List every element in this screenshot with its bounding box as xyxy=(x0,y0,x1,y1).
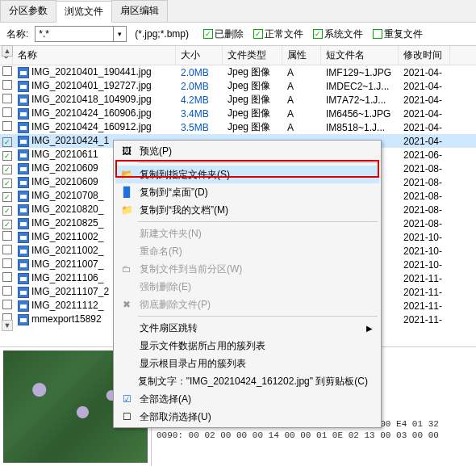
menu-label: 复制文字："IMG_20210424_161202.jpg" 到剪贴板(C) xyxy=(138,375,368,388)
name-pattern-combo[interactable]: ▾ xyxy=(35,26,127,42)
row-checkbox[interactable] xyxy=(2,94,12,103)
file-size: 2.0MB xyxy=(176,67,223,78)
image-file-icon xyxy=(18,259,29,271)
col-mtime[interactable]: 修改时间 xyxy=(399,46,450,65)
image-file-icon xyxy=(18,300,29,312)
file-name-text: IMG_20211002_ xyxy=(31,245,103,256)
row-checkbox[interactable] xyxy=(2,272,12,282)
filter-deleted[interactable]: ✓ 已删除 xyxy=(203,27,244,41)
table-row[interactable]: IMG_20210401_190441.jpg2.0MBJpeg 图像AIMF1… xyxy=(0,65,476,79)
menu-show-root-clusters[interactable]: 显示根目录占用的簇列表 xyxy=(115,355,379,372)
row-checkbox[interactable] xyxy=(2,66,12,76)
table-row[interactable]: IMG_20210401_192727.jpg2.0MBJpeg 图像AIMDE… xyxy=(0,79,476,93)
table-row[interactable]: IMG_20210424_160906.jpg3.4MBJpeg 图像AIM64… xyxy=(0,107,476,120)
row-checkbox[interactable]: ✓ xyxy=(2,220,12,229)
filter-deleted-label: 已删除 xyxy=(215,27,244,41)
file-mtime: 2021-04- xyxy=(399,108,450,120)
blank-icon xyxy=(119,280,135,293)
tab-bar: 分区参数 浏览文件 扇区编辑 xyxy=(0,0,476,23)
row-checkbox[interactable] xyxy=(2,231,12,241)
menu-label: 文件扇区跳转 xyxy=(140,321,198,335)
menu-copy-to-folder[interactable]: 📂复制到指定文件夹(S)... xyxy=(115,166,379,183)
menu-label: 预览(P) xyxy=(140,145,172,158)
menu-copy-text[interactable]: 复制文字："IMG_20210424_161202.jpg" 到剪贴板(C) xyxy=(115,372,379,390)
menu-perm-delete[interactable]: ✖彻底删除文件(P) xyxy=(115,296,379,313)
image-file-icon xyxy=(18,108,29,120)
file-attr: A xyxy=(282,122,321,133)
col-type[interactable]: 文件类型 xyxy=(223,46,282,65)
col-short[interactable]: 短文件名 xyxy=(321,46,399,65)
filter-dup[interactable]: 重复文件 xyxy=(373,27,423,41)
menu-label: 复制到指定文件夹(S)... xyxy=(140,168,238,182)
checkbox-icon xyxy=(373,29,382,39)
menu-preview[interactable]: 🖼预览(P) xyxy=(115,142,379,160)
row-checkbox[interactable]: ✓ xyxy=(2,165,12,174)
menu-copy-cur-part[interactable]: 🗀复制文件到当前分区(W) xyxy=(115,260,379,278)
menu-copy-docs[interactable]: 📁复制到“我的文档”(M) xyxy=(115,201,379,219)
col-size[interactable]: 大小 xyxy=(176,46,223,65)
table-row[interactable]: IMG_20210424_160912.jpg3.5MBJpeg 图像AIM85… xyxy=(0,120,476,134)
tab-partition-params[interactable]: 分区参数 xyxy=(0,0,56,22)
filter-system-label: 系统文件 xyxy=(324,27,363,41)
file-mtime: 2021-11- xyxy=(399,287,450,298)
col-attr[interactable]: 属性 xyxy=(282,46,321,65)
col-name[interactable]: 名称 xyxy=(13,46,176,65)
tab-sector-edit[interactable]: 扇区编辑 xyxy=(111,0,168,22)
file-attr: A xyxy=(282,67,321,78)
file-name-text: IMG_20211112_ xyxy=(31,300,103,311)
file-name-text: IMG_20211002_ xyxy=(31,231,103,242)
image-file-icon xyxy=(18,191,29,202)
file-name-text: IMG_20211106_ xyxy=(31,272,103,283)
filter-normal[interactable]: ✓ 正常文件 xyxy=(253,27,303,41)
row-checkbox[interactable]: ✓ xyxy=(2,178,12,188)
chevron-down-icon[interactable]: ▾ xyxy=(113,27,126,41)
name-label: 名称: xyxy=(6,27,28,41)
file-name-text: IMG_20210424_160912.jpg xyxy=(31,121,152,132)
row-checkbox[interactable] xyxy=(2,121,12,131)
file-mtime: 2021-04- xyxy=(399,81,450,92)
row-checkbox[interactable] xyxy=(2,258,12,268)
blank-icon xyxy=(119,245,135,258)
row-checkbox[interactable]: ✓ xyxy=(2,151,12,161)
menu-deselect-all[interactable]: ☐全部取消选择(U) xyxy=(115,408,379,426)
tab-browse-files[interactable]: 浏览文件 xyxy=(56,1,112,23)
scroll-down-icon[interactable]: ▼ xyxy=(2,320,13,331)
row-checkbox[interactable]: ✓ xyxy=(2,206,12,216)
context-menu: 🖼预览(P) 📂复制到指定文件夹(S)... ▉复制到“桌面”(D) 📁复制到“… xyxy=(113,140,382,428)
file-mtime: 2021-04- xyxy=(399,122,450,133)
scroll-up-icon[interactable]: ▲ xyxy=(2,45,13,57)
row-checkbox[interactable] xyxy=(2,80,12,90)
row-checkbox[interactable] xyxy=(2,286,12,296)
file-attr: A xyxy=(282,94,321,106)
image-icon: 🖼 xyxy=(119,145,135,157)
file-shortname: IM7A72~1.J... xyxy=(321,94,399,106)
menu-copy-desktop[interactable]: ▉复制到“桌面”(D) xyxy=(115,183,379,201)
file-type: Jpeg 图像 xyxy=(223,65,282,79)
menu-select-all[interactable]: ☑全部选择(A) xyxy=(115,390,379,408)
name-pattern-input[interactable] xyxy=(35,27,113,41)
file-name-text: IMG_20210609 xyxy=(31,162,98,174)
menu-label: 全部选择(A) xyxy=(140,393,191,406)
row-checkbox[interactable] xyxy=(2,107,12,117)
row-checkbox[interactable]: ✓ xyxy=(2,192,12,202)
file-mtime: 2021-10- xyxy=(399,246,450,257)
menu-sector-jump[interactable]: 文件扇区跳转▶ xyxy=(115,319,379,337)
blank-icon xyxy=(119,357,135,370)
filter-system[interactable]: ✓ 系统文件 xyxy=(313,27,363,41)
image-file-icon xyxy=(18,67,29,78)
table-row[interactable]: IMG_20210418_104909.jpg4.2MBJpeg 图像AIM7A… xyxy=(0,93,476,107)
row-checkbox[interactable]: ✓ xyxy=(2,137,12,147)
row-checkbox[interactable] xyxy=(2,245,12,254)
image-file-icon xyxy=(18,232,29,243)
menu-show-clusters[interactable]: 显示文件数据所占用的簇列表 xyxy=(115,337,379,355)
image-file-icon xyxy=(18,122,29,133)
file-name-text: IMG_20210401_192727.jpg xyxy=(31,80,152,91)
folder-arrow-icon: 📂 xyxy=(119,168,135,181)
desktop-icon: ▉ xyxy=(119,186,135,199)
row-checkbox[interactable] xyxy=(2,300,12,309)
menu-label: 显示根目录占用的簇列表 xyxy=(140,357,246,371)
file-mtime: 2021-10- xyxy=(399,232,450,243)
file-name-text: mmexport15892 xyxy=(31,313,102,325)
blank-icon xyxy=(119,339,135,352)
menu-label: 全部取消选择(U) xyxy=(140,410,211,424)
